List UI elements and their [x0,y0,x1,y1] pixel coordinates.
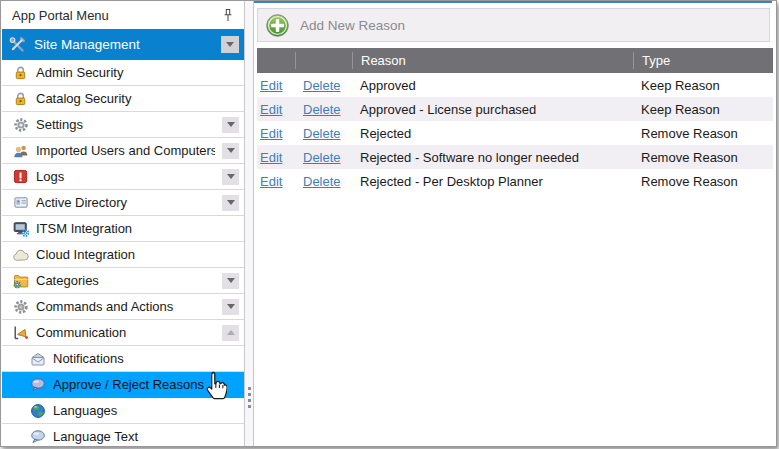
sidebar-item-label: Communication [36,325,215,340]
splitter-grip[interactable] [247,387,251,411]
chevron-down-icon [227,148,235,153]
reason-cell: Approved [352,78,633,93]
expand-button[interactable] [222,299,239,315]
pin-icon[interactable] [220,6,236,24]
table-row: Edit Delete Rejected - Software no longe… [257,145,773,169]
type-cell: Remove Reason [633,150,773,165]
sidebar-item-label: Cloud Integration [36,247,244,262]
type-cell: Keep Reason [633,78,773,93]
collapse-button[interactable] [222,325,239,341]
sidebar-item-language-text[interactable]: Language Text [2,424,244,446]
type-cell: Keep Reason [633,102,773,117]
gear-icon [12,117,29,133]
table-header: Reason Type [257,48,773,73]
sidebar-item-site-management[interactable]: Site Management [2,29,244,60]
sidebar-item-admin-security[interactable]: Admin Security [2,60,244,86]
header-reason-column: Reason [352,52,633,69]
sidebar-item-imported-users-and-computers[interactable]: Imported Users and Computers [2,138,244,164]
alert-log-icon [12,169,29,185]
expand-button[interactable] [222,169,239,185]
chevron-down-icon [227,278,235,283]
delete-link[interactable]: Delete [303,174,341,189]
folder-gear-icon [12,273,29,289]
toolbar: Add New Reason [257,8,770,42]
sidebar-item-languages[interactable]: Languages [2,398,244,424]
sidebar-splitter[interactable] [244,1,254,446]
edit-link[interactable]: Edit [260,150,282,165]
sidebar-item-label: Admin Security [36,65,244,80]
sidebar-item-cloud-integration[interactable]: Cloud Integration [2,242,244,268]
add-new-reason-label: Add New Reason [300,18,405,33]
globe-icon [29,403,46,419]
header-delete-column [295,52,352,69]
table-row: Edit Delete Approved Keep Reason [257,73,773,97]
main-content: Add New Reason Reason Type Edit Delete A… [254,1,772,446]
expand-button[interactable] [222,195,239,211]
table-row: Edit Delete Approved - License purchased… [257,97,773,121]
sidebar-item-label: Imported Users and Computers [36,143,215,158]
reason-cell: Rejected - Software no longer needed [352,150,633,165]
header-edit-column [257,52,295,69]
sidebar-item-active-directory[interactable]: Active Directory [2,190,244,216]
chevron-up-icon [227,330,235,335]
delete-link[interactable]: Delete [303,78,341,93]
lock-icon [12,65,29,81]
reason-cell: Rejected [352,126,633,141]
sidebar-item-label: Language Text [53,429,244,444]
edit-link[interactable]: Edit [260,102,282,117]
envelope-icon [29,351,46,367]
app-window: App Portal Menu Site Management [0,0,777,447]
expand-button[interactable] [222,143,239,159]
type-cell: Remove Reason [633,174,773,189]
table-row: Edit Delete Rejected - Per Desktop Plann… [257,169,773,193]
delete-link[interactable]: Delete [303,102,341,117]
sidebar-item-label: Notifications [53,351,244,366]
sidebar-item-catalog-security[interactable]: Catalog Security [2,86,244,112]
sidebar-item-label: Categories [36,273,215,288]
chevron-down-icon [227,304,235,309]
sidebar-item-notifications[interactable]: Notifications [2,346,244,372]
delete-link[interactable]: Delete [303,150,341,165]
sidebar-item-label: ITSM Integration [36,221,244,236]
sidebar-title: App Portal Menu [12,8,220,23]
add-new-reason-button[interactable]: Add New Reason [265,13,405,38]
delete-link[interactable]: Delete [303,126,341,141]
add-icon [265,13,290,38]
sidebar-item-label: Site Management [34,37,213,52]
users-icon [12,143,29,159]
edit-link[interactable]: Edit [260,126,282,141]
collapse-section-button[interactable] [221,36,239,53]
sidebar-item-categories[interactable]: Categories [2,268,244,294]
sidebar-item-approve-reject-reasons[interactable]: Approve / Reject Reasons [2,372,244,398]
sidebar-item-itsm-integration[interactable]: ITSM Integration [2,216,244,242]
sidebar-item-label: Logs [36,169,215,184]
sidebar-item-label: Settings [36,117,215,132]
sidebar-item-label: Catalog Security [36,91,244,106]
reason-cell: Approved - License purchased [352,102,633,117]
chevron-down-icon [226,42,234,47]
sidebar-item-settings[interactable]: Settings [2,112,244,138]
sidebar-item-label: Languages [53,403,244,418]
sidebar-header: App Portal Menu [2,1,244,29]
reasons-table: Reason Type Edit Delete Approved Keep Re… [257,48,773,193]
reason-cell: Rejected - Per Desktop Planner [352,174,633,189]
speech-bubble-icon [29,429,46,445]
sidebar-item-label: Approve / Reject Reasons [53,377,244,392]
megaphone-icon [12,325,29,341]
monitor-gear-icon [12,221,29,237]
header-type-column: Type [633,52,773,69]
sidebar-item-communication[interactable]: Communication [2,320,244,346]
tools-icon [9,37,26,53]
edit-link[interactable]: Edit [260,78,282,93]
gear-icon [12,299,29,315]
chevron-down-icon [227,174,235,179]
expand-button[interactable] [222,117,239,133]
sidebar-item-logs[interactable]: Logs [2,164,244,190]
edit-link[interactable]: Edit [260,174,282,189]
lock-icon [12,91,29,107]
sidebar-item-commands-and-actions[interactable]: Commands and Actions [2,294,244,320]
cloud-icon [12,247,29,263]
expand-button[interactable] [222,273,239,289]
table-row: Edit Delete Rejected Remove Reason [257,121,773,145]
chevron-down-icon [227,200,235,205]
